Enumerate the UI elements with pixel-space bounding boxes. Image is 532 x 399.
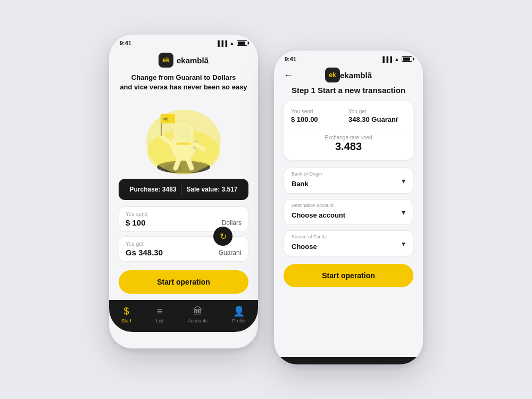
nav-item-list[interactable]: ≡ List xyxy=(156,306,163,323)
phone2-body: Step 1 Start a new transaction You send … xyxy=(274,86,423,357)
profile-nav-icon: 👤 xyxy=(233,305,245,317)
exchange-rate-value: 3.483 xyxy=(291,140,406,153)
logo-2: ek xyxy=(325,68,340,82)
get-value: Gs 348.30 xyxy=(126,248,163,257)
signal-icon-2: ▐▐▐ xyxy=(381,56,392,62)
get-summary-label: You get xyxy=(348,109,406,114)
wifi-icon-2: ▲ xyxy=(394,56,400,62)
phone-1: 9:41 ▐▐▐ ▲ ek ekamblã Change from Guaran… xyxy=(109,35,258,348)
nav-label-accounts: Accounts xyxy=(188,318,207,323)
app-name-2: ekamblã xyxy=(340,71,372,80)
status-bar-1: 9:41 ▐▐▐ ▲ xyxy=(109,35,258,48)
start-operation-button-1[interactable]: Start operation xyxy=(119,270,248,294)
exchange-rate-section: Exchange rate used 3.483 xyxy=(291,129,406,153)
destination-value: Choose account xyxy=(292,211,345,219)
start-nav-icon: $ xyxy=(124,306,129,317)
bank-origin-label: Bank of Origin xyxy=(292,171,322,177)
step2-collapsed[interactable]: Step 2 Add voucher xyxy=(274,357,423,364)
app-header-1: ek ekamblã xyxy=(109,48,258,73)
nav-item-start[interactable]: $ Start xyxy=(121,306,131,323)
time-2: 9:41 xyxy=(285,56,296,62)
battery-icon-2 xyxy=(402,56,412,62)
send-summary-val: $ 100.00 xyxy=(291,115,348,123)
phone-2: 9:41 ▐▐▐ ▲ ← ek ekamblã Step 1 Start a n… xyxy=(274,51,423,364)
start-operation-button-2[interactable]: Start operation xyxy=(284,264,413,287)
source-funds-value: Choose xyxy=(292,243,317,251)
status-icons-1: ▐▐▐ ▲ xyxy=(216,40,247,46)
exchange-rate-label: Exchange rate used xyxy=(291,135,406,140)
summary-card: You send $ 100.00 You get 348.30 Guaraní… xyxy=(284,101,413,160)
nav-item-profile[interactable]: 👤 Profile xyxy=(232,305,246,323)
hero-text: Change from Guarani to Dollars and vice … xyxy=(119,73,248,92)
get-summary-val: 348.30 Guaraní xyxy=(348,115,406,123)
battery-icon xyxy=(237,40,247,46)
accounts-nav-icon: 🏛 xyxy=(193,306,203,317)
logo-1: ek xyxy=(159,53,173,68)
hero-illustration: ≪ xyxy=(119,96,248,179)
chevron-down-icon-3: ▾ xyxy=(402,239,405,248)
chevron-down-icon-1: ▾ xyxy=(402,177,405,185)
send-summary-col: You send $ 100.00 xyxy=(291,109,348,123)
app-name-1: ekamblã xyxy=(177,56,209,65)
sale-rate: Sale value: 3.517 xyxy=(186,186,237,193)
step1-title: Step 1 Start a new transaction xyxy=(284,86,413,95)
nav-item-accounts[interactable]: 🏛 Accounts xyxy=(188,306,207,323)
send-value: $ 100 xyxy=(126,218,146,227)
time-1: 9:41 xyxy=(120,40,131,46)
chevron-down-icon-2: ▾ xyxy=(402,208,405,217)
nav-label-profile: Profile xyxy=(232,318,246,323)
send-currency: Dollars xyxy=(222,219,242,227)
source-funds-dropdown[interactable]: Source of Funds Choose ▾ xyxy=(284,230,413,256)
wifi-icon: ▲ xyxy=(229,40,235,46)
currency-inputs: You send $ 100 Dollars ↻ You get Gs 348.… xyxy=(119,206,248,262)
get-summary-col: You get 348.30 Guaraní xyxy=(348,109,406,123)
rates-bar: Purchase: 3483 Sale value: 3.517 xyxy=(119,179,248,200)
signal-icon: ▐▐▐ xyxy=(216,40,227,46)
source-funds-label: Source of Funds xyxy=(292,234,327,239)
bank-origin-value: Bank xyxy=(292,180,309,188)
destination-account-dropdown[interactable]: Destination account Choose account ▾ xyxy=(284,199,413,225)
nav-label-list: List xyxy=(156,318,163,323)
purchase-rate: Purchase: 3483 xyxy=(129,186,176,193)
bottom-nav: $ Start ≡ List 🏛 Accounts 👤 Profile xyxy=(109,300,258,332)
back-button[interactable]: ← xyxy=(284,70,293,81)
bank-origin-dropdown[interactable]: Bank of Origin Bank ▾ xyxy=(284,168,413,194)
destination-label: Destination account xyxy=(292,203,334,208)
get-currency: Guaraní xyxy=(219,249,242,256)
status-bar-2: 9:41 ▐▐▐ ▲ xyxy=(274,51,423,64)
send-label: You send xyxy=(126,211,242,217)
app-header-2: ← ek ekamblã xyxy=(274,64,423,86)
list-nav-icon: ≡ xyxy=(157,306,163,317)
send-summary-label: You send xyxy=(291,109,348,114)
nav-label-start: Start xyxy=(121,318,131,323)
status-icons-2: ▐▐▐ ▲ xyxy=(381,56,412,62)
